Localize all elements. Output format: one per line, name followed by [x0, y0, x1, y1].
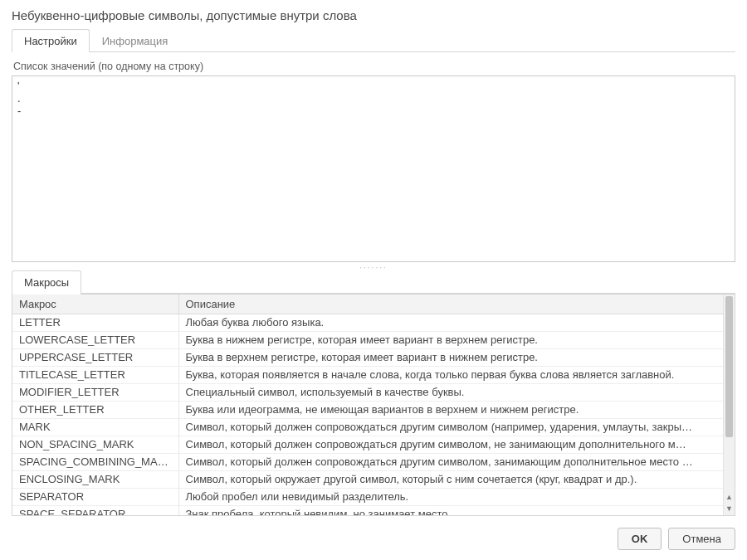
col-header-desc[interactable]: Описание	[178, 295, 723, 314]
macro-cell: MODIFIER_LETTER	[12, 384, 178, 402]
table-row[interactable]: TITLECASE_LETTERБуква, которая появляетс…	[12, 367, 723, 384]
ok-button[interactable]: OK	[618, 528, 662, 550]
scrollbar-thumb[interactable]	[725, 296, 733, 437]
macro-cell: SEPARATOR	[12, 489, 178, 506]
desc-cell: Любой пробел или невидимый разделитель.	[178, 489, 723, 506]
table-scrollbar[interactable]: ▲ ▼	[723, 295, 735, 515]
macro-cell: LETTER	[12, 314, 178, 332]
macro-cell: SPACING_COMBINING_MARK	[12, 454, 178, 471]
dialog-title: Небуквенно-цифровые символы, допустимые …	[0, 0, 747, 29]
table-row[interactable]: SEPARATORЛюбой пробел или невидимый разд…	[12, 489, 723, 506]
col-header-macro[interactable]: Макрос	[12, 295, 178, 314]
desc-cell: Буква, которая появляется в начале слова…	[178, 367, 723, 384]
desc-cell: Буква в нижнем регистре, которая имеет в…	[178, 332, 723, 349]
desc-cell: Символ, который должен сопровождаться др…	[178, 454, 723, 471]
table-row[interactable]: MODIFIER_LETTERСпециальный символ, испол…	[12, 384, 723, 402]
desc-cell: Символ, который должен сопровождаться др…	[178, 436, 723, 454]
value-list-input[interactable]	[12, 75, 735, 262]
scroll-up-icon[interactable]: ▲	[725, 492, 733, 502]
table-row[interactable]: OTHER_LETTERБуква или идеограмма, не име…	[12, 402, 723, 419]
table-row[interactable]: UPPERCASE_LETTERБуква в верхнем регистре…	[12, 349, 723, 367]
tab-settings[interactable]: Настройки	[12, 29, 90, 52]
macros-table: Макрос Описание LETTERЛюбая буква любого…	[12, 295, 723, 515]
table-row[interactable]: MARKСимвол, который должен сопровождатьс…	[12, 419, 723, 436]
lower-tabs: Макросы	[0, 270, 747, 294]
table-row[interactable]: SPACE_SEPARATORЗнак пробела, который нев…	[12, 506, 723, 516]
desc-cell: Специальный символ, используемый в качес…	[178, 384, 723, 402]
macro-cell: UPPERCASE_LETTER	[12, 349, 178, 367]
scroll-down-icon[interactable]: ▼	[725, 504, 733, 514]
macro-cell: OTHER_LETTER	[12, 402, 178, 419]
table-row[interactable]: LETTERЛюбая буква любого языка.	[12, 314, 723, 332]
desc-cell: Буква или идеограмма, не имеющая вариант…	[178, 402, 723, 419]
macro-cell: NON_SPACING_MARK	[12, 436, 178, 454]
macro-cell: SPACE_SEPARATOR	[12, 506, 178, 516]
value-list-label: Список значений (по одному на строку)	[12, 59, 735, 75]
macro-cell: ENCLOSING_MARK	[12, 471, 178, 489]
table-row[interactable]: LOWERCASE_LETTERБуква в нижнем регистре,…	[12, 332, 723, 349]
desc-cell: Символ, который должен сопровождаться др…	[178, 419, 723, 436]
desc-cell: Знак пробела, который невидим, но занима…	[178, 506, 723, 516]
desc-cell: Символ, который окружает другой символ, …	[178, 471, 723, 489]
table-row[interactable]: ENCLOSING_MARKСимвол, который окружает д…	[12, 471, 723, 489]
upper-tabs: Настройки Информация	[0, 29, 747, 52]
macro-cell: MARK	[12, 419, 178, 436]
tab-macros[interactable]: Макросы	[12, 270, 81, 294]
table-row[interactable]: SPACING_COMBINING_MARKСимвол, который до…	[12, 454, 723, 471]
cancel-button[interactable]: Отмена	[668, 528, 735, 550]
tab-info[interactable]: Информация	[90, 29, 181, 52]
desc-cell: Буква в верхнем регистре, которая имеет …	[178, 349, 723, 367]
macro-cell: TITLECASE_LETTER	[12, 367, 178, 384]
macro-cell: LOWERCASE_LETTER	[12, 332, 178, 349]
desc-cell: Любая буква любого языка.	[178, 314, 723, 332]
table-row[interactable]: NON_SPACING_MARKСимвол, который должен с…	[12, 436, 723, 454]
